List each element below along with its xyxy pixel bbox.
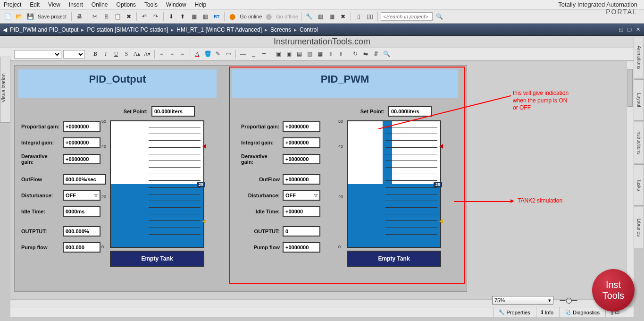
io-field[interactable]: +0000000 (63, 137, 100, 148)
setpoint-field[interactable]: 00.000liters (388, 106, 432, 117)
io-field[interactable]: +0000000 (63, 154, 100, 164)
tab-instructions[interactable]: Instructions (634, 122, 644, 163)
cut-icon[interactable]: ✂ (90, 12, 100, 21)
open-icon[interactable]: 📂 (14, 12, 24, 21)
menu-insert[interactable]: Insert (69, 1, 83, 8)
menu-project[interactable]: Project (4, 1, 21, 8)
disturbance-dropdown[interactable]: OFF▽ (283, 190, 320, 201)
io-field[interactable]: 000.00%/sec (63, 174, 106, 185)
io-field[interactable]: +0000000 (283, 137, 320, 148)
flip-icon[interactable]: ⇋ (361, 50, 370, 59)
align-left-icon[interactable]: ≡ (158, 50, 166, 59)
io-field[interactable]: +0000000 (283, 242, 320, 253)
menu-online[interactable]: Online (92, 1, 108, 8)
menu-options[interactable]: Options (117, 1, 136, 8)
paste-icon[interactable]: 📋 (113, 12, 122, 21)
maximize-icon[interactable]: ▢ (626, 26, 633, 33)
go-online-icon[interactable]: ⬤ (227, 12, 237, 21)
crumb-item[interactable]: Control (300, 26, 318, 33)
zoom-icon[interactable]: 🔍 (382, 50, 391, 59)
tab-animations[interactable]: Animations (634, 37, 644, 78)
io-field[interactable]: +00000 (283, 206, 320, 217)
io-field[interactable]: 000.000% (63, 226, 100, 237)
minimize-icon[interactable]: — (609, 26, 616, 33)
hmi-screen[interactable]: PID_Output Set Point: 00.000liters Propo… (14, 65, 467, 292)
setpoint-field[interactable]: 00.000liters (151, 106, 195, 117)
upload-icon[interactable]: ⬆ (178, 12, 187, 21)
tool-icon[interactable]: ▦ (316, 12, 325, 21)
cancel-icon[interactable]: ✖ (338, 12, 348, 21)
io-field[interactable]: +0000000 (283, 154, 320, 164)
tool-icon[interactable]: ▦ (327, 12, 336, 21)
crumb-item[interactable]: PID_PWM and PID_Output (10, 26, 78, 33)
close-icon[interactable]: ✕ (635, 26, 641, 33)
undo-icon[interactable]: ↶ (140, 12, 149, 21)
menu-help[interactable]: Help (195, 1, 207, 8)
italic-icon[interactable]: I (101, 50, 110, 59)
io-field[interactable]: +0000000 (283, 121, 320, 132)
fill-color-icon[interactable]: 🪣 (203, 50, 212, 59)
save-icon[interactable]: 💾 (25, 12, 35, 21)
panel-pid-output[interactable]: PID_Output Set Point: 00.000liters Propo… (18, 69, 217, 98)
crumb-item[interactable]: PC station [SIMATIC PC station] (87, 26, 168, 33)
copy-icon[interactable]: ⎘ (101, 12, 111, 21)
bold-icon[interactable]: B (91, 50, 100, 59)
align-icon[interactable]: ▥ (305, 50, 314, 59)
font-color-icon[interactable]: A (193, 50, 201, 59)
vertical-scrollbar[interactable] (626, 61, 634, 297)
tab-libraries[interactable]: Libraries (634, 207, 644, 248)
ungroup-icon[interactable]: ▣ (284, 50, 293, 59)
group-icon[interactable]: ▣ (274, 50, 283, 59)
distribute-icon[interactable]: ⫵ (336, 50, 345, 59)
strike-icon[interactable]: S (122, 50, 131, 59)
download-icon[interactable]: ⬇ (167, 12, 176, 21)
crumb-item[interactable]: Screens (270, 26, 291, 33)
diagnostics-tab[interactable]: 🩺Diagnostics (559, 307, 600, 317)
tool-icon[interactable]: 🔧 (304, 12, 314, 21)
delete-icon[interactable]: ✖ (124, 12, 134, 21)
split-icon[interactable]: ▯ (354, 12, 363, 21)
menu-tools[interactable]: Tools (144, 1, 158, 8)
border-icon[interactable]: ▭ (224, 50, 233, 59)
panel-pid-pwm[interactable]: PID_PWM Set Point: 00.000liters Proporti… (232, 69, 458, 98)
disturbance-dropdown[interactable]: OFF▽ (63, 190, 100, 201)
go-online-button[interactable]: Go online (240, 14, 262, 19)
io-field[interactable]: +0000000 (283, 174, 320, 185)
restore-icon[interactable]: ◱ (618, 26, 624, 33)
io-field[interactable]: +0000000 (63, 121, 100, 132)
tab-layout[interactable]: Layout (634, 79, 644, 121)
compile-icon[interactable]: ▦ (189, 12, 199, 21)
line-style-icon[interactable]: — (239, 50, 247, 59)
crumb-item[interactable]: HMI_RT_1 [WinCC RT Advanced] (176, 26, 262, 33)
flip-icon[interactable]: ⇵ (372, 50, 380, 59)
align-icon[interactable]: ▤ (295, 50, 303, 59)
properties-tab[interactable]: 🔧Properties (493, 307, 530, 317)
rotate-icon[interactable]: ↻ (351, 50, 360, 59)
zoom-select[interactable]: 75%▾ (492, 296, 553, 304)
underline-icon[interactable]: U (112, 50, 120, 59)
search-input[interactable] (381, 12, 433, 21)
tab-tasks[interactable]: Tasks (634, 164, 644, 206)
menu-view[interactable]: View (48, 1, 60, 8)
line-style-icon[interactable]: ⎯ (249, 50, 258, 59)
menu-edit[interactable]: Edit (30, 1, 40, 8)
align-center-icon[interactable]: ≡ (168, 50, 176, 59)
menu-window[interactable]: Window (166, 1, 186, 8)
split-icon[interactable]: ▯▯ (365, 12, 375, 21)
sim-icon[interactable]: ▦ (201, 12, 210, 21)
chevron-left-icon[interactable]: ◀ (3, 26, 7, 33)
rt-icon[interactable]: RT (212, 12, 221, 21)
search-go-icon[interactable]: 🔍 (435, 12, 444, 21)
zoom-slider-icon[interactable]: —◯— (554, 296, 583, 305)
print-icon[interactable]: 🖶 (75, 12, 84, 21)
font-shrink-icon[interactable]: A▾ (143, 50, 151, 59)
empty-tank-button[interactable]: Empty Tank (110, 251, 204, 267)
distribute-icon[interactable]: ⫴ (326, 50, 335, 59)
align-icon[interactable]: ▦ (316, 50, 324, 59)
line-color-icon[interactable]: ✎ (214, 50, 222, 59)
font-select[interactable] (14, 50, 61, 59)
info-tab[interactable]: ℹInfo (536, 307, 553, 317)
font-grow-icon[interactable]: A▴ (133, 50, 141, 59)
line-style-icon[interactable]: ━ (259, 50, 268, 59)
align-right-icon[interactable]: ≡ (178, 50, 187, 59)
